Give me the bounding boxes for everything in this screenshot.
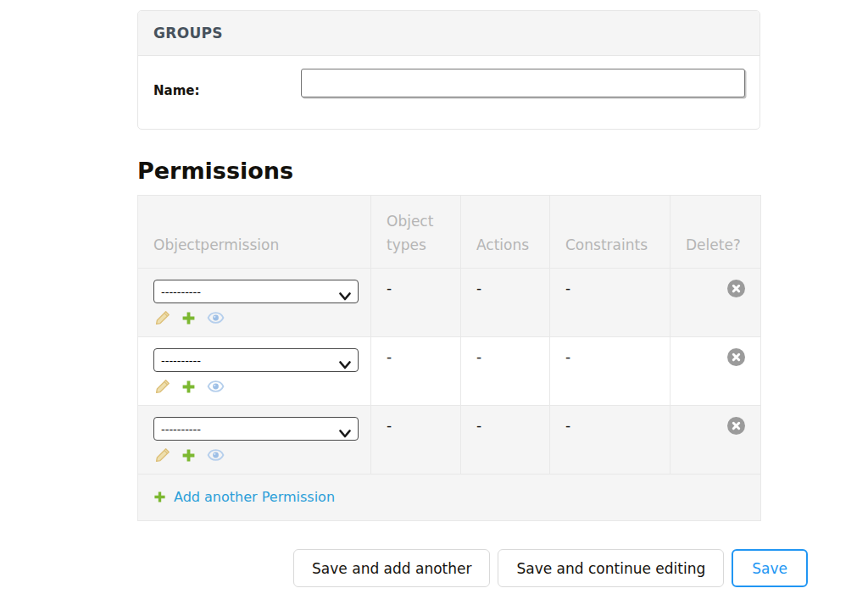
add-plus-icon[interactable] [181,448,196,463]
name-label: Name: [153,83,199,98]
table-header-row: Objectpermission Object types Actions Co… [138,196,761,269]
objectpermission-cell: ---------- [138,406,371,475]
objectpermission-select-wrap: ---------- [153,348,359,372]
delete-row-icon[interactable] [727,280,745,297]
table-row: ---------- [138,269,761,337]
related-widget-actions [155,378,362,395]
related-widget-actions [155,309,362,326]
objectpermission-select[interactable]: ---------- [153,348,359,372]
constraints-cell: - [550,337,670,406]
delete-cell [670,406,761,475]
objectpermission-cell: ---------- [138,269,371,337]
col-header-objectpermission: Objectpermission [138,196,371,269]
objectpermission-select-wrap: ---------- [153,280,359,303]
actions-cell: - [461,406,550,475]
add-permission-cell: Add another Permission [138,475,761,521]
objectpermission-cell: ---------- [138,337,371,406]
add-permission-row: Add another Permission [138,475,761,521]
table-row: ---------- [138,406,761,475]
delete-row-icon[interactable] [727,417,745,435]
object-types-cell: - [371,406,461,475]
group-name-input[interactable] [301,69,745,97]
groups-panel-title: GROUPS [138,11,760,56]
save-and-continue-button[interactable]: Save and continue editing [498,549,724,587]
col-header-delete: Delete? [670,196,761,269]
constraints-cell: - [550,269,670,337]
object-types-cell: - [371,337,461,406]
group-edit-page: GROUPS Name: Permissions Objectpermissio… [0,0,868,605]
add-plus-icon [153,491,166,503]
objectpermission-select-wrap: ---------- [153,417,359,441]
edit-pencil-icon[interactable] [155,310,170,325]
delete-row-icon[interactable] [727,348,745,366]
actions-cell: - [461,337,550,406]
col-header-actions: Actions [461,196,550,269]
add-plus-icon[interactable] [181,380,196,394]
save-button[interactable]: Save [732,549,808,587]
groups-panel: GROUPS Name: [137,10,760,130]
col-header-constraints: Constraints [550,196,670,269]
add-another-permission-label: Add another Permission [174,489,335,505]
submit-button-row: Save and add another Save and continue e… [0,549,808,587]
add-plus-icon[interactable] [181,311,196,325]
view-eye-icon[interactable] [207,380,225,392]
object-types-cell: - [371,269,461,337]
actions-cell: - [461,269,550,337]
add-another-permission-link[interactable]: Add another Permission [153,489,335,505]
permissions-table: Objectpermission Object types Actions Co… [137,195,761,521]
objectpermission-select[interactable]: ---------- [153,280,359,303]
view-eye-icon[interactable] [207,449,225,461]
delete-cell [670,337,761,406]
view-eye-icon[interactable] [207,312,225,324]
groups-panel-body: Name: [138,56,760,129]
save-and-add-another-button[interactable]: Save and add another [293,549,490,587]
constraints-cell: - [550,406,670,475]
delete-cell [670,269,761,337]
col-header-object-types: Object types [371,196,461,269]
permissions-heading: Permissions [137,158,293,184]
objectpermission-select[interactable]: ---------- [153,417,359,441]
related-widget-actions [155,447,362,463]
table-row: ---------- [138,337,761,406]
edit-pencil-icon[interactable] [155,379,170,394]
edit-pencil-icon[interactable] [155,447,170,463]
